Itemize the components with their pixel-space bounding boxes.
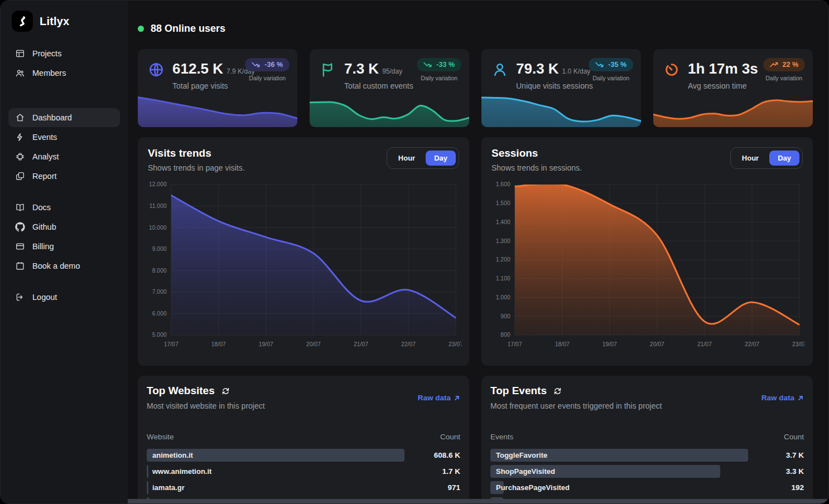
stat-label: Unique visits sessions xyxy=(516,81,593,90)
sidebar-item-label: Members xyxy=(32,69,66,77)
chart-header: Visits trends Shows trends in page visit… xyxy=(146,147,461,172)
table-row[interactable]: PurchasePageVisited 192 xyxy=(490,481,804,494)
svg-text:1.600: 1.600 xyxy=(496,181,510,187)
trend-up-icon xyxy=(770,61,778,69)
table-row[interactable]: www.animetion.it 1.7 K xyxy=(147,465,460,478)
table-title: Top Websites xyxy=(147,385,265,397)
stat-value: 612.5 K7.9 K/day xyxy=(172,60,255,77)
table-row[interactable]: iamata.gr 971 xyxy=(147,481,460,494)
stat-sparkline-chart xyxy=(653,91,813,127)
chart-subtitle: Shows trends in sessions. xyxy=(491,163,582,172)
logout-icon xyxy=(15,292,25,302)
row-count: 971 xyxy=(447,481,460,494)
toggle-day[interactable]: Day xyxy=(769,151,799,166)
sidebar-section-gap xyxy=(8,83,120,108)
svg-text:12.000: 12.000 xyxy=(149,181,167,187)
table-card-top-websites: Top Websites Most visited website in thi… xyxy=(138,376,469,503)
table-row[interactable]: ShopPageVisited 3.3 K xyxy=(490,465,804,478)
svg-text:10.000: 10.000 xyxy=(149,225,167,231)
online-dot-icon xyxy=(138,26,144,32)
raw-data-label: Raw data xyxy=(418,394,451,402)
raw-data-link[interactable]: Raw data xyxy=(761,394,804,402)
sidebar-item-billing[interactable]: Billing xyxy=(8,237,120,256)
area-chart: 17/0718/0719/0720/0721/0722/0723/075.000… xyxy=(146,179,461,352)
chip-icon xyxy=(15,152,25,162)
badge-value: -33 % xyxy=(436,61,455,69)
stat-variation: -35 % Daily variation xyxy=(589,58,633,81)
stat-texts: 612.5 K7.9 K/day Total page visits xyxy=(172,60,255,90)
refresh-icon[interactable] xyxy=(221,387,230,395)
badge-value: -35 % xyxy=(608,61,626,69)
projects-icon xyxy=(15,49,25,59)
sidebar-item-logout[interactable]: Logout xyxy=(8,288,120,307)
table-column-headers: Website Count xyxy=(147,433,460,441)
stat-rate: 95/day xyxy=(382,67,402,75)
sidebar-section-gap xyxy=(8,276,120,287)
stat-label: Total page visits xyxy=(172,81,255,90)
svg-text:22/07: 22/07 xyxy=(745,341,759,347)
svg-text:21/07: 21/07 xyxy=(354,341,368,347)
raw-data-label: Raw data xyxy=(761,394,794,402)
svg-text:7.000: 7.000 xyxy=(152,289,167,295)
badge-caption: Daily variation xyxy=(421,75,457,81)
sidebar: Litlyx ProjectsMembersDashboardEventsAna… xyxy=(1,1,128,503)
sidebar-item-analyst[interactable]: Analyst xyxy=(8,147,120,166)
sidebar-item-projects[interactable]: Projects xyxy=(8,44,120,63)
svg-text:1.300: 1.300 xyxy=(496,238,510,244)
bolt-icon xyxy=(15,132,25,142)
sidebar-item-members[interactable]: Members xyxy=(8,64,120,83)
toggle-hour[interactable]: Hour xyxy=(734,151,767,166)
sidebar-item-github[interactable]: Github xyxy=(8,217,120,236)
refresh-icon[interactable] xyxy=(553,387,562,395)
arrow-up-right-icon xyxy=(797,395,804,401)
badge-value: -36 % xyxy=(264,61,283,69)
svg-text:17/07: 17/07 xyxy=(508,341,522,347)
globe-icon xyxy=(148,61,165,78)
row-count: 608.6 K xyxy=(434,449,460,462)
daily-variation-badge: -36 % xyxy=(245,58,290,71)
table-row[interactable]: animetion.it 608.6 K xyxy=(147,449,460,462)
table-subtitle: Most visited website in this project xyxy=(147,401,265,410)
svg-text:5.000: 5.000 xyxy=(152,332,167,338)
table-row[interactable]: ToggleFavorite 3.7 K xyxy=(490,449,804,462)
toggle-day[interactable]: Day xyxy=(426,151,456,166)
sidebar-item-label: Dashboard xyxy=(32,113,72,122)
svg-text:18/07: 18/07 xyxy=(211,341,226,347)
table-header: Top Websites Most visited website in thi… xyxy=(147,385,460,410)
row-count: 3.3 K xyxy=(786,465,804,478)
sidebar-item-dashboard[interactable]: Dashboard xyxy=(8,108,120,127)
github-icon xyxy=(15,222,25,232)
row-label: PurchasePageVisited xyxy=(496,481,570,494)
sidebar-item-docs[interactable]: Docs xyxy=(8,198,120,217)
sidebar-item-label: Github xyxy=(32,222,56,231)
svg-text:21/07: 21/07 xyxy=(697,341,712,347)
brand: Litlyx xyxy=(8,9,120,32)
sidebar-item-label: Billing xyxy=(32,242,54,251)
daily-variation-badge: 22 % xyxy=(763,58,806,71)
stat-value: 7.3 K95/day xyxy=(344,60,413,77)
svg-text:18/07: 18/07 xyxy=(555,341,570,347)
stat-variation: -36 % Daily variation xyxy=(245,58,290,81)
daily-variation-badge: -35 % xyxy=(589,58,633,71)
svg-text:22/07: 22/07 xyxy=(401,341,416,347)
report-icon xyxy=(15,171,25,181)
table-title-text: Top Events xyxy=(490,385,547,397)
row-label: ToggleFavorite xyxy=(496,449,547,462)
area-chart: 17/0718/0719/0720/0721/0722/0723/0780090… xyxy=(489,179,805,352)
row-label: www.animetion.it xyxy=(152,465,211,478)
stat-texts: 1h 17m 3s Avg session time xyxy=(688,60,758,90)
sidebar-item-book-a-demo[interactable]: Book a demo xyxy=(8,256,120,275)
sidebar-item-report[interactable]: Report xyxy=(8,167,120,186)
stat-texts: 79.3 K1.0 K/day Unique visits sessions xyxy=(516,60,593,90)
table-rows: ToggleFavorite 3.7 K ShopPageVisited 3.3… xyxy=(490,449,804,503)
horizontal-scrollbar[interactable] xyxy=(128,499,828,503)
raw-data-link[interactable]: Raw data xyxy=(418,394,460,402)
stat-card-total-page-visits: 612.5 K7.9 K/day Total page visits -36 %… xyxy=(138,49,297,127)
flag-icon xyxy=(320,61,336,78)
table-title-text: Top Websites xyxy=(147,385,215,397)
table-rows: animetion.it 608.6 K www.animetion.it 1.… xyxy=(147,449,460,503)
home-icon xyxy=(15,113,25,123)
toggle-hour[interactable]: Hour xyxy=(390,151,423,166)
sidebar-item-events[interactable]: Events xyxy=(8,128,120,147)
svg-text:20/07: 20/07 xyxy=(650,341,664,347)
